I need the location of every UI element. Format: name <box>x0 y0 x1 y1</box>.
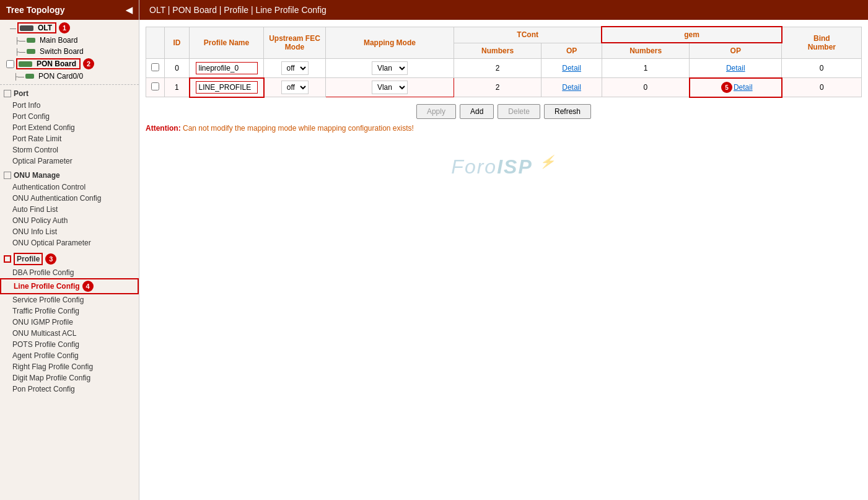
dba-profile-config-label: DBA Profile Config <box>12 268 74 277</box>
nav-digit-map-profile-config[interactable]: Digit Map Profile Config <box>0 372 139 384</box>
tree-item-main-board[interactable]: ├— Main Board <box>0 35 139 46</box>
row1-gem-numbers: 0 <box>602 78 689 97</box>
sidebar-header[interactable]: Tree Topology ◀ <box>0 0 139 20</box>
port-extend-config-label: Port Extend Config <box>12 123 75 132</box>
row1-profile-name-input[interactable] <box>196 81 258 94</box>
nav-onu-optical-param[interactable]: ONU Optical Parameter <box>0 237 139 248</box>
row0-profile-name[interactable] <box>190 59 264 78</box>
tree-item-pon-card[interactable]: ├— PON Card0/0 <box>0 71 139 82</box>
traffic-profile-config-label: Traffic Profile Config <box>12 307 79 315</box>
refresh-button[interactable]: Refresh <box>544 104 591 119</box>
th-gem-numbers: Numbers <box>602 43 689 59</box>
nav-onu-auth-config[interactable]: ONU Authentication Config <box>0 193 139 204</box>
row1-fec-select[interactable]: off on <box>281 81 309 94</box>
olt-node-box: OLT <box>17 22 56 33</box>
nav-dba-profile-config[interactable]: DBA Profile Config <box>0 267 139 278</box>
nav-right-flag-profile-config[interactable]: Right Flag Profile Config <box>0 361 139 372</box>
nav-port-info[interactable]: Port Info <box>0 100 139 111</box>
tree-item-pon-board[interactable]: PON Board 2 <box>0 57 139 71</box>
watermark: ForoISP ⚡ <box>146 136 862 198</box>
nav-onu-multicast-acl[interactable]: ONU Multicast ACL <box>0 328 139 339</box>
agent-profile-config-label: Agent Profile Config <box>12 351 79 360</box>
row1-mapping-select[interactable]: Vlan GEM TLD <box>372 81 408 94</box>
row0-mapping-mode[interactable]: Vlan GEM TLD <box>326 59 454 78</box>
row0-mapping-select[interactable]: Vlan GEM TLD <box>372 61 408 75</box>
delete-button[interactable]: Delete <box>498 104 540 119</box>
nav-storm-control[interactable]: Storm Control <box>0 144 139 156</box>
pots-profile-config-label: POTS Profile Config <box>12 340 79 349</box>
main-board-label: Main Board <box>40 36 77 45</box>
olt-label: OLT <box>38 24 52 32</box>
nav-traffic-profile-config[interactable]: Traffic Profile Config <box>0 305 139 317</box>
nav-auto-find-list[interactable]: Auto Find List <box>0 204 139 215</box>
digit-map-profile-config-label: Digit Map Profile Config <box>12 374 90 382</box>
row0-gem-op[interactable]: Detail <box>690 59 782 78</box>
row1-gem-detail-link[interactable]: 5Detail <box>719 83 753 92</box>
port-section-header[interactable]: Port <box>0 87 139 100</box>
row1-gem-op[interactable]: 5Detail <box>690 78 782 97</box>
th-tcont-numbers: Numbers <box>454 43 541 59</box>
tree-item-olt[interactable]: — OLT 1 <box>0 21 139 35</box>
nav-section-port: Port Port Info Port Config Port Extend C… <box>0 86 139 168</box>
row0-gem-detail-link[interactable]: Detail <box>726 64 745 72</box>
add-button[interactable]: Add <box>460 104 494 119</box>
row1-tcont-detail-link[interactable]: Detail <box>562 83 581 92</box>
nav-pots-profile-config[interactable]: POTS Profile Config <box>0 339 139 350</box>
profile-checkbox[interactable] <box>4 255 11 263</box>
row1-bind-number: 0 <box>782 78 862 97</box>
tree-item-switch-board[interactable]: ├— Switch Board <box>0 46 139 57</box>
content-body: ID Profile Name Upstream FECMode Mapping… <box>139 20 868 500</box>
onu-manage-section-label: ONU Manage <box>14 171 60 180</box>
row1-profile-name[interactable] <box>190 78 264 97</box>
row0-checkbox[interactable] <box>151 63 159 71</box>
nav-optical-parameter[interactable]: Optical Parameter <box>0 156 139 167</box>
row0-tcont-op[interactable]: Detail <box>541 59 602 78</box>
onu-manage-section-header[interactable]: ONU Manage <box>0 169 139 182</box>
table-row: 1 off on Vlan GEM <box>146 78 862 97</box>
row1-mapping-mode[interactable]: Vlan GEM TLD <box>326 78 454 97</box>
th-select <box>146 27 165 59</box>
row0-fec-mode[interactable]: off on <box>264 59 326 78</box>
row0-select[interactable] <box>146 59 165 78</box>
nav-port-extend-config[interactable]: Port Extend Config <box>0 122 139 133</box>
row0-tcont-detail-link[interactable]: Detail <box>562 64 581 72</box>
row0-profile-name-input[interactable] <box>196 62 258 74</box>
sidebar-collapse-icon[interactable]: ◀ <box>126 5 133 15</box>
switch-board-icon <box>27 49 35 54</box>
nav-agent-profile-config[interactable]: Agent Profile Config <box>0 350 139 361</box>
row1-fec-mode[interactable]: off on <box>264 78 326 97</box>
nav-port-rate-limit[interactable]: Port Rate Limit <box>0 133 139 144</box>
profile-section-label: Profile <box>14 253 43 265</box>
profile-section-header[interactable]: Profile 3 <box>0 251 139 267</box>
row1-select[interactable] <box>146 78 165 97</box>
service-profile-config-label: Service Profile Config <box>12 296 84 304</box>
nav-pon-protect-config[interactable]: Pon Protect Config <box>0 384 139 395</box>
line-profile-config-badge: 4 <box>82 281 94 292</box>
apply-button[interactable]: Apply <box>416 104 456 119</box>
row1-checkbox[interactable] <box>151 82 159 90</box>
onu-info-list-label: ONU Info List <box>12 227 57 236</box>
app-container: Tree Topology ◀ — OLT 1 ├— <box>0 0 868 500</box>
row0-tcont-numbers: 2 <box>454 59 541 78</box>
nav-auth-control[interactable]: Authentication Control <box>0 182 139 193</box>
nav-section-profile: Profile 3 DBA Profile Config Line Profil… <box>0 250 139 396</box>
row0-fec-select[interactable]: off on <box>281 61 309 75</box>
row1-tcont-op[interactable]: Detail <box>541 78 602 97</box>
action-buttons-bar: Apply Add Delete Refresh <box>146 104 862 119</box>
pon-board-checkbox[interactable] <box>6 60 14 68</box>
nav-onu-info-list[interactable]: ONU Info List <box>0 226 139 237</box>
nav-service-profile-config[interactable]: Service Profile Config <box>0 294 139 305</box>
port-checkbox[interactable] <box>4 90 11 97</box>
nav-line-profile-config[interactable]: Line Profile Config 4 <box>0 278 139 294</box>
onu-manage-checkbox[interactable] <box>4 172 11 179</box>
nav-onu-policy-auth[interactable]: ONU Policy Auth <box>0 215 139 226</box>
nav-port-config[interactable]: Port Config <box>0 111 139 122</box>
sidebar-title: Tree Topology <box>6 5 65 15</box>
tree-section: — OLT 1 ├— Main Board ├— <box>0 20 139 83</box>
content-area: OLT | PON Board | Profile | Line Profile… <box>139 0 868 500</box>
sidebar: Tree Topology ◀ — OLT 1 ├— <box>0 0 139 500</box>
row0-id: 0 <box>165 59 190 78</box>
nav-onu-igmp-profile[interactable]: ONU IGMP Profile <box>0 317 139 328</box>
port-info-label: Port Info <box>12 101 40 110</box>
auto-find-list-label: Auto Find List <box>12 205 58 214</box>
